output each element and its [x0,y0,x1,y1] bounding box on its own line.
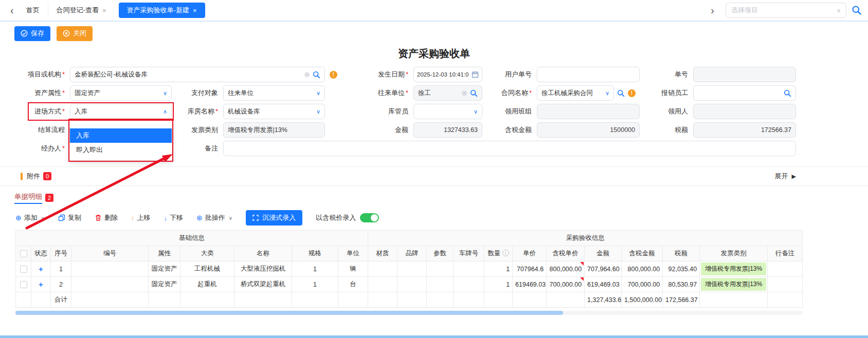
cell-tax[interactable]: 92,035.40 [663,261,700,277]
section-marker-icon [21,173,23,180]
move-down-button[interactable]: ↓ 下移 [164,213,184,222]
scroll-tabs-right-icon[interactable]: › [707,5,718,15]
cell-amount[interactable]: 619,469.03 [585,277,622,292]
close-circle-icon [63,30,70,37]
search-icon[interactable] [470,89,478,97]
cell-amount-tax[interactable]: 800,000.00 [622,261,663,277]
cell-attr[interactable]: 固定资产 [149,277,180,292]
cell-row-remark[interactable] [768,261,803,277]
cell-material[interactable] [368,277,397,292]
info-icon[interactable]: i [502,250,509,256]
horizontal-scrollbar-thumb[interactable] [15,311,563,315]
cell-category[interactable]: 工程机械 [180,261,234,277]
row-checkbox[interactable] [20,266,27,273]
delete-row-button[interactable]: 删除 [95,213,118,222]
table-row[interactable]: + 2 固定资产 起重机 桥式双梁起重机 1 台 1 619469.03 700… [16,277,803,292]
cell-price[interactable]: 619469.03 [513,277,547,292]
cell-plate[interactable] [454,277,484,292]
copy-row-button[interactable]: 复制 [58,213,81,222]
expand-row-icon[interactable]: + [39,265,43,273]
warning-icon[interactable]: ! [330,71,337,79]
warehouse-keeper-select[interactable]: ∨ [413,104,482,119]
cell-spec[interactable]: 1 [292,277,338,292]
contract-name-select[interactable]: 徐工机械采购合同 ∨ [537,85,614,101]
attachments-section-header[interactable]: 附件 0 展开 ▶ [0,166,868,186]
tab-detail-lines[interactable]: 单据明细 [14,192,42,204]
cell-name[interactable]: 大型液压挖掘机 [234,261,292,277]
tax-price-toggle[interactable] [360,213,379,222]
search-icon[interactable] [852,5,862,15]
save-button[interactable]: 保存 [14,26,50,41]
scroll-tabs-left-icon[interactable]: ‹ [6,5,18,15]
cell-row-remark[interactable] [768,277,803,292]
batch-ops-button[interactable]: ⊛ 批操作 ∨ [196,213,232,222]
asset-attr-value: 固定资产 [75,89,160,98]
remark-input[interactable] [223,141,796,156]
dropdown-option[interactable]: 即入即出 [70,143,172,157]
expand-button[interactable]: 展开 [775,172,788,181]
cell-code[interactable] [71,261,149,277]
project-org-input[interactable]: 金桥装配公司-机械设备库 ⊗ [70,67,325,82]
cell-invoice-type[interactable]: 增值税专用发票|13% [700,277,768,292]
entry-mode-select[interactable]: 入库 ∧ [70,104,172,119]
cell-material[interactable] [368,261,397,277]
cell-invoice-type[interactable]: 增值税专用发票|13% [700,261,768,277]
cell-brand[interactable] [397,277,427,292]
cell-attr[interactable]: 固定资产 [149,261,180,277]
cell-unit[interactable]: 台 [338,277,368,292]
cell-price-tax[interactable]: 700,000.00 [547,277,585,292]
occur-date-input[interactable]: 2025-12-03 10:41:08 [413,67,482,82]
asset-attr-select[interactable]: 固定资产 ∨ [70,85,172,101]
search-icon[interactable] [784,89,791,97]
tab-contract-register-view[interactable]: 合同登记-查看 × [48,3,115,18]
cell-price-tax[interactable]: 800,000.00 [547,261,585,277]
expand-row-icon[interactable]: + [39,280,43,289]
field-label-contract-name: 合同名称* [482,85,537,101]
search-icon[interactable] [313,71,320,79]
cell-price[interactable]: 707964.6 [513,261,547,277]
reimburse-staff-input[interactable] [693,85,796,101]
field-label-remark: 备注 [172,141,223,156]
user-no-input[interactable] [537,67,640,82]
clear-icon[interactable]: ⊗ [304,71,310,78]
cell-param[interactable] [427,261,454,277]
cell-tax[interactable]: 80,530.97 [663,277,700,292]
warehouse-name-select[interactable]: 机械设备库 ∨ [223,104,325,119]
close-tab-icon[interactable]: × [102,7,106,14]
clear-icon[interactable]: ⊗ [461,89,467,97]
select-all-checkbox[interactable] [20,250,27,257]
cell-name[interactable]: 桥式双梁起重机 [234,277,292,292]
cell-amount[interactable]: 707,964.60 [585,261,622,277]
move-up-button[interactable]: ↑ 上移 [131,213,151,222]
cell-checkbox[interactable] [16,277,31,292]
cell-checkbox[interactable] [16,261,31,277]
close-tab-icon[interactable]: × [193,7,197,14]
cell-status[interactable]: + [31,261,51,277]
cell-plate[interactable] [454,261,484,277]
cell-spec[interactable]: 1 [292,261,338,277]
warning-icon[interactable]: ! [628,89,636,97]
search-icon[interactable] [617,89,625,97]
expand-arrow-icon[interactable]: ▶ [792,173,796,180]
add-row-button[interactable]: ⊕ 添加 ∨ [15,213,45,222]
cell-qty[interactable]: 1 [484,277,513,292]
cell-category[interactable]: 起重机 [180,277,234,292]
cell-brand[interactable] [397,261,427,277]
cell-param[interactable] [427,277,454,292]
immersive-entry-button[interactable]: 沉浸式录入 [246,210,302,226]
close-button[interactable]: 关闭 [57,26,93,41]
calendar-icon[interactable] [472,71,479,78]
cell-code[interactable] [71,277,149,292]
project-select[interactable]: 选择项目 ∨ [726,3,846,18]
row-checkbox[interactable] [20,281,27,288]
cell-status[interactable]: + [31,277,51,292]
dropdown-option-selected[interactable]: 入库 [70,128,172,143]
pay-target-select[interactable]: 往来单位 ∨ [223,85,325,101]
table-row[interactable]: + 1 固定资产 工程机械 大型液压挖掘机 1 辆 1 707964.6 800… [16,261,803,277]
tab-home[interactable]: 首页 [18,3,48,18]
counterparty-input[interactable]: 徐工 ⊗ [413,85,482,101]
cell-unit[interactable]: 辆 [338,261,368,277]
tab-asset-purchase-acceptance-new[interactable]: 资产采购验收单-新建 × [119,3,205,18]
cell-amount-tax[interactable]: 700,000.00 [622,277,663,292]
cell-qty[interactable]: 1 [484,261,513,277]
